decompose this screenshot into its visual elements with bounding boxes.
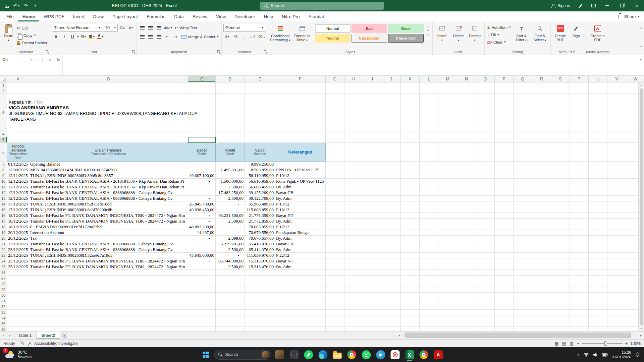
cell-M9[interactable]: [438, 173, 457, 179]
row-header-30[interactable]: 30: [0, 293, 7, 298]
cell-P14[interactable]: [495, 201, 514, 207]
row-header-25[interactable]: 25: [0, 264, 7, 270]
cell-G17[interactable]: [326, 219, 344, 224]
cell-Q11[interactable]: [514, 184, 532, 190]
cell-H25[interactable]: [344, 264, 363, 270]
cell-S8[interactable]: [551, 167, 570, 173]
cell-O12[interactable]: [476, 190, 495, 196]
taskbar-clock[interactable]: 15:26 31/01/2026: [612, 350, 631, 359]
cell-L14[interactable]: [420, 201, 438, 207]
horizontal-scrollbar[interactable]: ◂ ▸: [396, 331, 644, 339]
horizontal-scroll-thumb[interactable]: [405, 333, 631, 338]
cell-R4[interactable]: [532, 131, 551, 137]
cell-J26[interactable]: [382, 270, 401, 276]
cell-L18[interactable]: [420, 224, 438, 230]
cell-D29[interactable]: [216, 287, 245, 293]
cell-N18[interactable]: [457, 224, 476, 230]
cell-K17[interactable]: [401, 219, 420, 224]
cell-O20[interactable]: [476, 236, 495, 241]
cell-H34[interactable]: [344, 315, 363, 321]
cell-H26[interactable]: [344, 270, 363, 276]
cell-H1[interactable]: [344, 82, 363, 88]
cell-P4[interactable]: [495, 131, 514, 137]
cut-button[interactable]: ✂Cut: [16, 24, 48, 32]
cell-K28[interactable]: [401, 281, 420, 287]
cell-C12[interactable]: -: [188, 190, 216, 196]
row-header-22[interactable]: 22: [0, 247, 7, 253]
cell-P3[interactable]: [495, 94, 514, 131]
cell-C31[interactable]: [188, 298, 216, 304]
column-header-V[interactable]: V: [607, 76, 626, 82]
cell-N14[interactable]: [457, 201, 476, 207]
clipboard-dialog-launcher[interactable]: [46, 50, 49, 54]
customize-qat-button[interactable]: ▾: [31, 1, 40, 10]
cell-G34[interactable]: [326, 315, 344, 321]
cell-H23[interactable]: [344, 253, 363, 258]
cell-B23[interactable]: TUNAI ; ESB:INDS:0002800D:32ae9c7a19d3: [29, 253, 188, 258]
cell-O33[interactable]: [476, 310, 495, 315]
cell-K26[interactable]: [401, 270, 420, 276]
cell-Q22[interactable]: [514, 247, 532, 253]
cell-S9[interactable]: [551, 173, 570, 179]
row-header-17[interactable]: 17: [0, 219, 7, 224]
cell-N26[interactable]: [457, 270, 476, 276]
cell-K23[interactable]: [401, 253, 420, 258]
cell-G5[interactable]: [326, 137, 344, 143]
cell-S35[interactable]: [551, 321, 570, 327]
row-header-24[interactable]: 24: [0, 258, 7, 264]
cell-E32[interactable]: [245, 304, 275, 310]
cell-I1[interactable]: [363, 82, 382, 88]
cell-G35[interactable]: [326, 321, 344, 327]
cell-U27[interactable]: [589, 276, 607, 281]
cell-L5[interactable]: [420, 137, 438, 143]
cell-M26[interactable]: [438, 270, 457, 276]
cell-G13[interactable]: [326, 196, 344, 201]
column-header-C[interactable]: C: [188, 76, 216, 82]
normal-view-button[interactable]: ▦: [554, 341, 558, 346]
cell-S21[interactable]: [551, 241, 570, 247]
cell-I24[interactable]: [363, 258, 382, 264]
cell-style-bad[interactable]: Bad: [352, 24, 387, 33]
cell-L16[interactable]: [420, 213, 438, 219]
cell-O27[interactable]: [476, 276, 495, 281]
cell-B15[interactable]: TUNAI ; ESB:INDS:0002800D:8a6f70200c8b: [29, 207, 188, 213]
cell-O35[interactable]: [476, 321, 495, 327]
cell-B29[interactable]: [29, 287, 188, 293]
cell-H17[interactable]: [344, 219, 363, 224]
cell-J7[interactable]: [382, 162, 401, 167]
minimize-button[interactable]: [600, 0, 614, 11]
cell-I5[interactable]: [363, 137, 382, 143]
cell-M28[interactable]: [438, 281, 457, 287]
cell-G1[interactable]: [326, 82, 344, 88]
cell-K6[interactable]: [401, 143, 420, 162]
cell-V16[interactable]: [607, 213, 626, 219]
taskbar-app-whatsapp-icon[interactable]: [303, 349, 315, 361]
cell-F32[interactable]: [275, 304, 326, 310]
cell-N13[interactable]: [457, 196, 476, 201]
cell-E28[interactable]: [245, 281, 275, 287]
cell-D36[interactable]: [216, 327, 245, 331]
column-header-N[interactable]: N: [457, 76, 476, 82]
cell-F24[interactable]: Bayar NT: [275, 258, 326, 264]
cell-C4[interactable]: [188, 131, 216, 137]
cell-O17[interactable]: [476, 219, 495, 224]
cell-L32[interactable]: [420, 304, 438, 310]
column-header-W[interactable]: W: [626, 76, 644, 82]
accessibility-status[interactable]: Accessibility: Investigate: [28, 341, 78, 346]
cell-M31[interactable]: [438, 298, 457, 304]
cell-F25[interactable]: By. Adm: [275, 264, 326, 270]
cell-A5[interactable]: [7, 137, 29, 143]
cell-C6[interactable]: DebetDebit: [188, 143, 216, 162]
cell-R20[interactable]: [532, 236, 551, 241]
cell-E21[interactable]: 65.416.876,00: [245, 241, 275, 247]
cell-V9[interactable]: [607, 173, 626, 179]
cell-C23[interactable]: 45.645.600,00: [188, 253, 216, 258]
sort-filter-button[interactable]: Sort &Filter ▾: [513, 23, 530, 42]
cell-V33[interactable]: [607, 310, 626, 315]
cell-D27[interactable]: [216, 276, 245, 281]
cell-E30[interactable]: [245, 293, 275, 298]
cell-B25[interactable]: Transfer BI-Fast ke PT. BANK DANAMON IND…: [29, 264, 188, 270]
align-bottom-button[interactable]: [155, 24, 163, 32]
cell-N1[interactable]: [457, 82, 476, 88]
cell-V17[interactable]: [607, 219, 626, 224]
